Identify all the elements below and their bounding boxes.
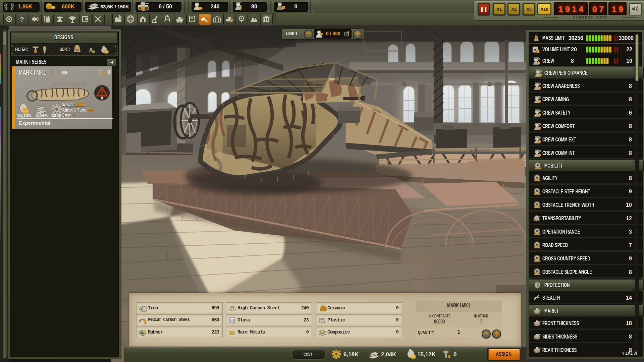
svg-text:?: ? [20, 16, 24, 23]
svg-text:KG: KG [535, 37, 538, 39]
svg-text:?: ? [537, 51, 538, 53]
svg-text:KG: KG [75, 49, 79, 51]
